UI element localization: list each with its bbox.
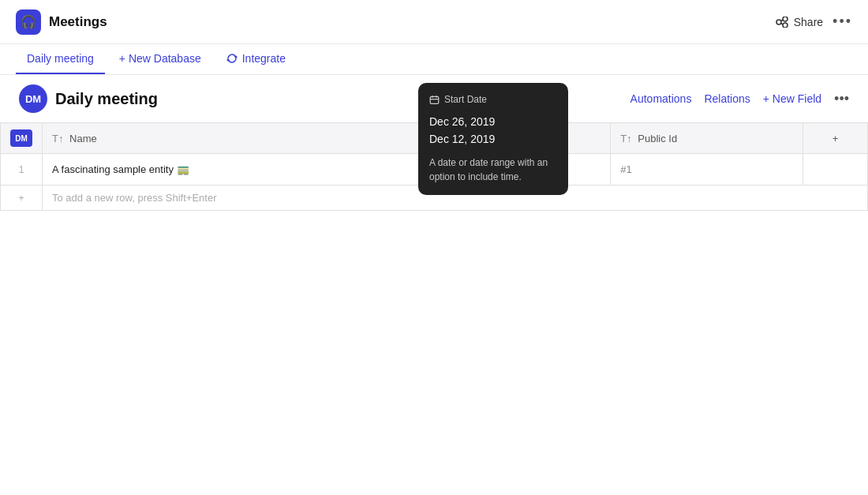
tooltip-header: Start Date (429, 94, 557, 105)
automations-button[interactable]: Automations (630, 92, 692, 105)
tooltip-dates: Dec 26, 2019 Dec 12, 2019 (429, 113, 557, 148)
tooltip-date2: Dec 12, 2019 (429, 130, 557, 148)
svg-rect-21 (430, 96, 439, 103)
app-icon: 🎧 (16, 9, 41, 35)
row-number: 1 (1, 154, 43, 186)
tab-daily-meeting[interactable]: Daily meeting (16, 44, 105, 74)
cell-public-id: #1 (611, 154, 803, 186)
public-id-field-icon: T↑ (620, 133, 631, 144)
svg-point-1 (783, 17, 788, 21)
share-button[interactable]: Share (775, 16, 823, 28)
public-id-value: #1 (620, 163, 631, 175)
new-field-button[interactable]: + New Field (763, 92, 821, 105)
add-row-hint-text: To add a new row, press Shift+Enter (52, 192, 216, 204)
tab-daily-meeting-label: Daily meeting (27, 52, 94, 65)
row-number-header: DM (1, 123, 43, 154)
page-icon: DM (19, 84, 47, 113)
svg-point-5 (234, 56, 237, 58)
cell-add-empty (803, 154, 868, 186)
tooltip-calendar-icon (429, 95, 440, 105)
tab-integrate[interactable]: Integrate (215, 44, 297, 74)
toolbar-right: Automations Relations + New Field ••• (630, 91, 849, 107)
tab-new-database[interactable]: + New Database (108, 44, 212, 74)
tabs-bar: Daily meeting + New Database Integrate (0, 44, 868, 75)
cell-name[interactable]: A fascinating sample entity 🚃 (43, 154, 436, 186)
share-icon (775, 17, 789, 28)
column-header-name[interactable]: T↑ Name (43, 123, 436, 154)
page-title: Daily meeting (55, 90, 158, 108)
tooltip-date1: Dec 26, 2019 (429, 113, 557, 130)
header: 🎧 Meetings Share ••• (0, 0, 868, 44)
tooltip-description: A date or date range with an option to i… (429, 156, 557, 184)
dm-badge: DM (10, 129, 32, 147)
column-header-public-id[interactable]: T↑ Public Id (611, 123, 803, 154)
name-field-icon: T↑ (52, 133, 63, 144)
svg-point-0 (776, 20, 781, 24)
column-name-label: Name (69, 133, 97, 144)
app-title: Meetings (49, 14, 107, 30)
column-public-id-label: Public Id (638, 133, 677, 144)
tab-integrate-label: Integrate (242, 52, 286, 65)
toolbar-left: DM Daily meeting (19, 84, 158, 113)
add-column-button[interactable]: + (803, 123, 868, 154)
header-left: 🎧 Meetings (16, 9, 107, 35)
toolbar-more-button[interactable]: ••• (834, 91, 849, 107)
add-row-plus[interactable]: + (1, 186, 43, 211)
header-right: Share ••• (775, 13, 852, 30)
svg-point-2 (783, 23, 788, 28)
tab-new-database-label: + New Database (119, 52, 201, 65)
relations-button[interactable]: Relations (704, 92, 750, 105)
integrate-icon (226, 53, 238, 64)
tooltip-header-label: Start Date (444, 94, 487, 105)
date-tooltip-card: Start Date Dec 26, 2019 Dec 12, 2019 A d… (418, 83, 568, 195)
page-content: DM Daily meeting Automations Relations +… (0, 75, 868, 211)
share-label: Share (794, 16, 823, 28)
header-more-button[interactable]: ••• (832, 13, 852, 30)
svg-point-6 (226, 59, 229, 62)
